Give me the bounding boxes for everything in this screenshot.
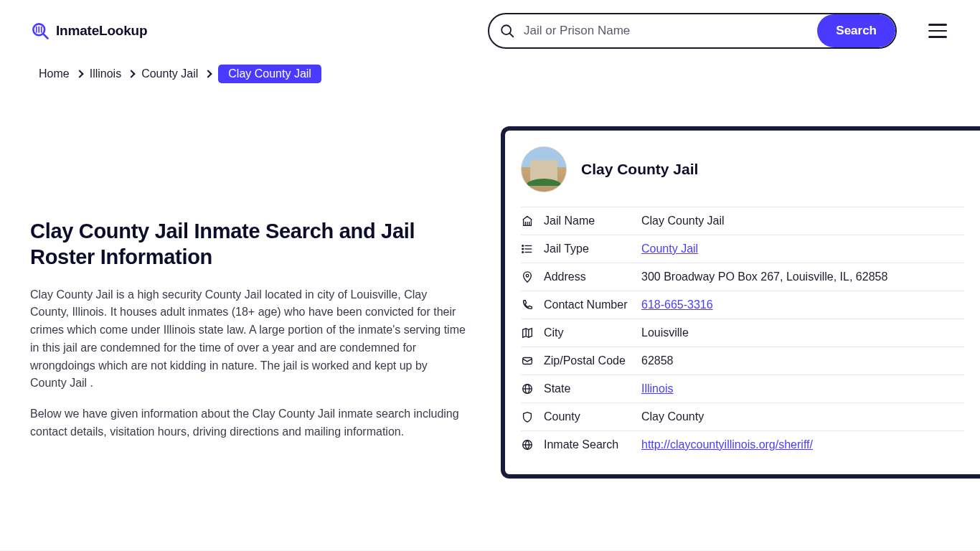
info-label: Inmate Search: [544, 438, 631, 451]
search-icon: [499, 23, 515, 39]
search-logo-icon: [30, 21, 50, 41]
info-row: Contact Number618-665-3316: [521, 291, 964, 319]
breadcrumb-jailtype[interactable]: County Jail: [141, 67, 198, 80]
shield-icon: [521, 410, 534, 423]
chevron-right-icon: [127, 70, 135, 77]
search-input[interactable]: [515, 24, 817, 38]
pin-icon: [521, 270, 534, 283]
info-table: Jail NameClay County JailJail TypeCounty…: [521, 207, 964, 458]
web-icon: [521, 438, 534, 451]
info-row: CountyClay County: [521, 402, 964, 430]
info-card: Clay County Jail Jail NameClay County Ja…: [501, 126, 980, 479]
phone-icon: [521, 298, 534, 311]
body-paragraph: Below we have given information about th…: [30, 405, 466, 441]
info-value: Clay County: [641, 410, 704, 423]
info-label: County: [544, 410, 631, 423]
info-row: Jail TypeCounty Jail: [521, 235, 964, 263]
info-value: Louisville: [641, 326, 689, 339]
search-bar: Search: [488, 13, 897, 49]
menu-button[interactable]: [925, 21, 950, 41]
body-paragraph: Clay County Jail is a high security Coun…: [30, 286, 466, 393]
info-value[interactable]: County Jail: [641, 242, 698, 255]
info-row: Address300 Broadway PO Box 267, Louisvil…: [521, 263, 964, 291]
info-label: City: [544, 326, 631, 339]
breadcrumb-home[interactable]: Home: [39, 67, 70, 80]
info-value: 300 Broadway PO Box 267, Louisville, IL,…: [641, 270, 887, 283]
building-icon: [521, 215, 534, 227]
hamburger-line: [928, 30, 947, 32]
info-label: Zip/Postal Code: [544, 354, 631, 367]
breadcrumb-current: Clay County Jail: [218, 65, 321, 83]
info-label: Jail Name: [544, 215, 631, 227]
logo-text: InmateLookup: [56, 23, 147, 39]
svg-line-1: [43, 34, 47, 38]
logo[interactable]: InmateLookup: [30, 21, 147, 41]
svg-point-11: [522, 248, 524, 250]
info-row: Jail NameClay County Jail: [521, 207, 964, 235]
svg-point-13: [526, 274, 529, 277]
info-value[interactable]: 618-665-3316: [641, 298, 713, 311]
globe-icon: [521, 382, 534, 395]
info-label: Contact Number: [544, 298, 631, 311]
svg-point-12: [522, 252, 524, 253]
info-value: 62858: [641, 354, 674, 367]
chevron-right-icon: [75, 70, 83, 77]
chevron-right-icon: [204, 70, 212, 77]
info-label: Jail Type: [544, 242, 631, 255]
list-icon: [521, 242, 534, 255]
info-label: State: [544, 382, 631, 395]
jail-avatar: [521, 146, 567, 192]
info-row: CityLouisville: [521, 319, 964, 347]
svg-rect-14: [523, 358, 532, 364]
info-label: Address: [544, 270, 631, 283]
hamburger-line: [928, 24, 947, 26]
info-row: Zip/Postal Code62858: [521, 347, 964, 375]
search-button[interactable]: Search: [817, 14, 895, 47]
svg-point-10: [522, 245, 524, 247]
info-value: Clay County Jail: [641, 215, 725, 227]
info-row: Inmate Searchhttp://claycountyillinois.o…: [521, 430, 964, 458]
map-icon: [521, 326, 534, 339]
svg-line-6: [510, 34, 514, 37]
card-title: Clay County Jail: [581, 161, 698, 178]
breadcrumb: Home Illinois County Jail Clay County Ja…: [0, 62, 980, 83]
info-row: StateIllinois: [521, 375, 964, 402]
hamburger-line: [928, 36, 947, 38]
info-value[interactable]: http://claycountyillinois.org/sheriff/: [641, 438, 813, 451]
page-title: Clay County Jail Inmate Search and Jail …: [30, 218, 466, 270]
envelope-icon: [521, 354, 534, 367]
info-value[interactable]: Illinois: [641, 382, 673, 395]
breadcrumb-state[interactable]: Illinois: [90, 67, 121, 80]
